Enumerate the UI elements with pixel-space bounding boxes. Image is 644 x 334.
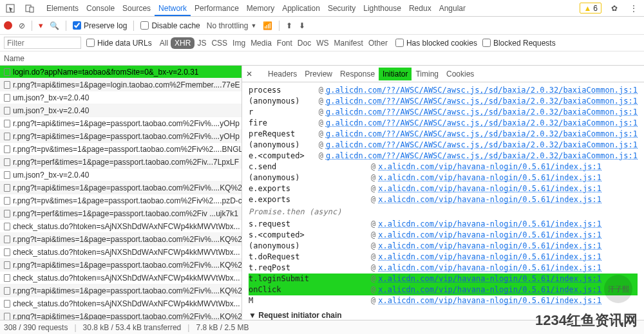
filter-toggle-icon[interactable]: ▾ <box>39 21 43 30</box>
request-list[interactable]: login.do?appName=taobao&fromSite=0&_bx-v… <box>0 66 242 320</box>
stack-frame[interactable]: s.<computed>@x.alicdn.com/vip/havana-nlo… <box>249 230 638 241</box>
stack-frame-link[interactable]: x.alicdn.com/vip/havana-nlogin/0.5.61/in… <box>378 172 601 183</box>
detail-tab-timing[interactable]: Timing <box>412 68 442 80</box>
stack-frame[interactable]: (anonymous)@g.alicdn.com/??/AWSC/AWSC/aw… <box>249 140 638 151</box>
stack-frame-link[interactable]: x.alicdn.com/vip/havana-nlogin/0.5.61/in… <box>378 263 601 274</box>
filter-type-doc[interactable]: Doc <box>295 37 314 49</box>
request-row[interactable]: r.png?t=pv&times=1&page=passport.taobao.… <box>0 194 242 207</box>
stack-frame[interactable]: process@g.alicdn.com/??/AWSC/AWSC/awsc.j… <box>249 85 638 96</box>
stack-frame[interactable]: fire@g.alicdn.com/??/AWSC/AWSC/awsc.js,/… <box>249 118 638 129</box>
stack-frame[interactable]: (anonymous)@x.alicdn.com/vip/havana-nlog… <box>249 241 638 252</box>
request-row[interactable]: um.json?_bx-v=2.0.40 <box>0 104 242 117</box>
stack-frame-link[interactable]: g.alicdn.com/??/AWSC/AWSC/awsc.js,/sd/ba… <box>326 151 638 162</box>
stack-frame-link[interactable]: x.alicdn.com/vip/havana-nlogin/0.5.61/in… <box>378 274 601 284</box>
filter-type-font[interactable]: Font <box>274 37 295 49</box>
devtools-tab-elements[interactable]: Elements <box>43 1 82 15</box>
request-row[interactable]: r.png?t=api&times=1&page=login.taobao.co… <box>0 79 242 91</box>
settings-icon[interactable]: ✿ <box>608 2 621 15</box>
devtools-tab-angular[interactable]: Angular <box>435 1 469 15</box>
throttle-dropdown[interactable]: No throttling ▼ <box>207 21 257 30</box>
stack-frame-link[interactable]: x.alicdn.com/vip/havana-nlogin/0.5.61/in… <box>378 241 601 252</box>
column-header-name[interactable]: Name <box>0 51 644 66</box>
stack-frame[interactable]: e.exports@x.alicdn.com/vip/havana-nlogin… <box>249 183 638 194</box>
stack-frame-link[interactable]: x.alicdn.com/vip/havana-nlogin/0.5.61/in… <box>378 162 601 172</box>
request-row[interactable]: r.png?t=perf&times=1&page=passport.taoba… <box>0 207 242 220</box>
request-row[interactable]: um.json?_bx-v=2.0.40 <box>0 91 242 104</box>
filter-type-xhr[interactable]: XHR <box>171 37 194 49</box>
devtools-tab-network[interactable]: Network <box>155 1 191 16</box>
import-icon[interactable]: ⬆ <box>286 21 292 30</box>
request-row[interactable]: check_status.do?htoken=sAjNXShDdWAxNFCWp… <box>0 297 242 310</box>
stack-frame-link[interactable]: g.alicdn.com/??/AWSC/AWSC/awsc.js,/sd/ba… <box>326 140 638 151</box>
stack-frame-link[interactable]: g.alicdn.com/??/AWSC/AWSC/awsc.js,/sd/ba… <box>326 129 638 140</box>
request-row[interactable]: login.do?appName=taobao&fromSite=0&_bx-v… <box>0 66 242 79</box>
stack-frame-link[interactable]: g.alicdn.com/??/AWSC/AWSC/awsc.js,/sd/ba… <box>326 85 638 96</box>
stack-frame[interactable]: c.send@x.alicdn.com/vip/havana-nlogin/0.… <box>249 162 638 172</box>
request-row[interactable]: r.png?t=api&times=1&page=passport.taobao… <box>0 130 242 143</box>
filter-input[interactable] <box>4 37 81 49</box>
request-row[interactable]: r.png?t=api&times=1&page=passport.taobao… <box>0 233 242 246</box>
stack-frame[interactable]: e.<computed>@g.alicdn.com/??/AWSC/AWSC/a… <box>249 151 638 162</box>
stack-frame[interactable]: r@g.alicdn.com/??/AWSC/AWSC/awsc.js,/sd/… <box>249 107 638 118</box>
stack-frame-link[interactable]: g.alicdn.com/??/AWSC/AWSC/awsc.js,/sd/ba… <box>326 118 638 129</box>
blocked-requests-checkbox[interactable]: Blocked Requests <box>482 39 556 48</box>
filter-type-manifest[interactable]: Manifest <box>332 37 366 49</box>
request-row[interactable]: r.png?t=api&times=1&page=passport.taobao… <box>0 117 242 130</box>
wifi-icon[interactable]: 📶 <box>263 21 272 30</box>
detail-tab-headers[interactable]: Headers <box>264 68 301 80</box>
devtools-tab-redux[interactable]: Redux <box>405 1 435 15</box>
filter-type-all[interactable]: All <box>157 37 171 49</box>
record-button[interactable] <box>4 21 12 30</box>
initiator-chain-header[interactable]: ▼ Request initiator chain <box>249 310 638 320</box>
devtools-tab-lighthouse[interactable]: Lighthouse <box>359 1 405 15</box>
request-row[interactable]: check_status.do?htoken=sAjNXShDdWAxNFCWp… <box>0 220 242 233</box>
disable-cache-checkbox[interactable]: Disable cache <box>140 21 200 30</box>
stack-frame[interactable]: (anonymous)@x.alicdn.com/vip/havana-nlog… <box>249 172 638 183</box>
stack-frame-link[interactable]: x.alicdn.com/vip/havana-nlogin/0.5.61/in… <box>378 194 601 205</box>
stack-frame[interactable]: (anonymous)@g.alicdn.com/??/AWSC/AWSC/aw… <box>249 96 638 107</box>
stack-frame-link[interactable]: x.alicdn.com/vip/havana-nlogin/0.5.61/in… <box>378 295 601 306</box>
stack-frame[interactable]: t.reqPost@x.alicdn.com/vip/havana-nlogin… <box>249 263 638 274</box>
has-blocked-cookies-checkbox[interactable]: Has blocked cookies <box>395 39 477 48</box>
stack-frame[interactable]: t.loginSubmit@x.alicdn.com/vip/havana-nl… <box>249 274 638 284</box>
device-toggle-icon[interactable] <box>23 2 36 15</box>
detail-tab-response[interactable]: Response <box>336 68 379 80</box>
filter-type-media[interactable]: Media <box>248 37 274 49</box>
more-menu-icon[interactable]: ⋮ <box>627 2 640 15</box>
devtools-tab-memory[interactable]: Memory <box>243 1 278 15</box>
stack-frame-link[interactable]: g.alicdn.com/??/AWSC/AWSC/awsc.js,/sd/ba… <box>326 96 638 107</box>
stack-frame-link[interactable]: x.alicdn.com/vip/havana-nlogin/0.5.61/in… <box>378 183 601 194</box>
devtools-tab-performance[interactable]: Performance <box>191 1 243 15</box>
preserve-log-checkbox[interactable]: Preserve log <box>73 21 127 30</box>
filter-type-css[interactable]: CSS <box>209 37 230 49</box>
stack-frame-link[interactable]: x.alicdn.com/vip/havana-nlogin/0.5.61/in… <box>378 252 601 263</box>
close-detail-icon[interactable]: ✕ <box>246 70 252 79</box>
filter-type-ws[interactable]: WS <box>314 37 331 49</box>
stack-frame[interactable]: onClick@x.alicdn.com/vip/havana-nlogin/0… <box>249 284 638 295</box>
stack-frame-link[interactable]: x.alicdn.com/vip/havana-nlogin/0.5.61/in… <box>378 219 601 230</box>
detail-tab-initiator[interactable]: Initiator <box>379 68 412 80</box>
request-row[interactable]: r.png?t=pv&times=1&page=passport.taobao.… <box>0 143 242 156</box>
stack-frame-link[interactable]: x.alicdn.com/vip/havana-nlogin/0.5.61/in… <box>378 230 601 241</box>
request-row[interactable]: r.png?t=api&times=1&page=passport.taobao… <box>0 284 242 297</box>
filter-type-img[interactable]: Img <box>230 37 248 49</box>
warnings-badge[interactable]: ▲ 6 <box>580 3 601 14</box>
request-row[interactable]: r.png?t=api&times=1&page=passport.taobao… <box>0 181 242 194</box>
request-row[interactable]: check_status.do?htoken=sAjNXShDdWAxNFCWp… <box>0 272 242 284</box>
inspect-icon[interactable] <box>4 2 17 15</box>
hide-data-urls-checkbox[interactable]: Hide data URLs <box>86 39 152 48</box>
request-row[interactable]: r.png?t=api&times=1&page=passport.taobao… <box>0 259 242 272</box>
request-row[interactable]: r.png?t=api&times=1&page=passport.taobao… <box>0 310 242 320</box>
detail-tab-preview[interactable]: Preview <box>301 68 336 80</box>
request-row[interactable]: um.json?_bx-v=2.0.40 <box>0 169 242 181</box>
clear-button[interactable]: ⊘ <box>19 21 25 30</box>
stack-frame[interactable]: s.request@x.alicdn.com/vip/havana-nlogin… <box>249 219 638 230</box>
filter-type-js[interactable]: JS <box>194 37 209 49</box>
stack-frame[interactable]: e.exports@x.alicdn.com/vip/havana-nlogin… <box>249 194 638 205</box>
devtools-tab-security[interactable]: Security <box>324 1 359 15</box>
search-icon[interactable]: 🔍 <box>50 21 59 30</box>
devtools-tab-sources[interactable]: Sources <box>118 1 155 15</box>
request-row[interactable]: r.png?t=perf&times=1&page=passport.taoba… <box>0 156 242 169</box>
stack-frame[interactable]: preRequest@g.alicdn.com/??/AWSC/AWSC/aws… <box>249 129 638 140</box>
request-row[interactable]: check_status.do?htoken=sAjNXShDdWAxNFCWp… <box>0 246 242 259</box>
